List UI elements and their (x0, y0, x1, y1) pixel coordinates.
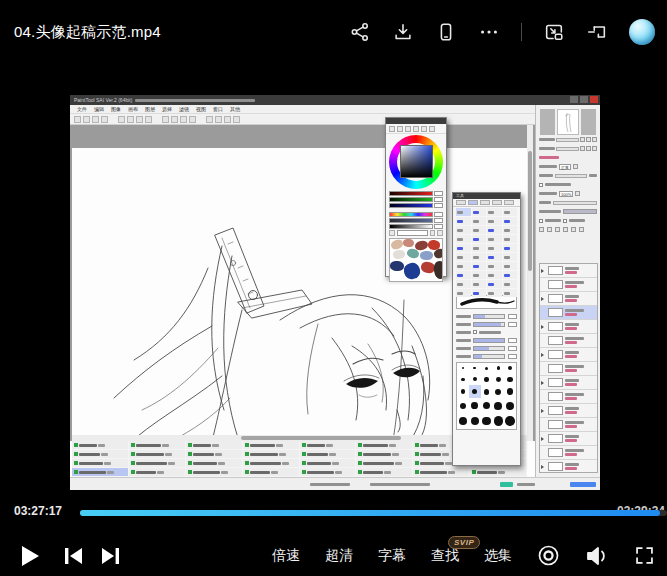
layer-row (540, 348, 597, 362)
header-divider (521, 23, 522, 41)
tool-panel: 工具 (452, 192, 521, 466)
brush-shape-grid (456, 362, 517, 430)
status-blue-chip (570, 482, 596, 487)
saturation-value-square (400, 145, 433, 178)
color-scratchpad (389, 238, 443, 282)
app-menu-item: 选择 (162, 106, 172, 112)
navigator (536, 109, 600, 135)
color-wheel-panel (385, 117, 447, 277)
app-menu-item: 其他 (230, 106, 240, 112)
app-status-bar (70, 477, 600, 490)
next-button[interactable] (101, 547, 120, 565)
picture-in-picture-icon[interactable] (543, 21, 565, 43)
file-item (129, 450, 186, 459)
file-item (186, 468, 243, 477)
fullscreen-icon[interactable] (634, 545, 655, 566)
status-green-chip (500, 482, 513, 487)
previous-button[interactable] (64, 547, 83, 565)
layer-row (540, 264, 597, 278)
app-menu-item: 滤镜 (179, 106, 189, 112)
layer-row (540, 306, 597, 320)
file-item (413, 468, 470, 477)
layer-panel: 正常 100% (535, 105, 600, 477)
swatch-dropdown-row (386, 229, 446, 237)
file-item (243, 459, 300, 468)
file-item (243, 468, 300, 477)
episodes-button[interactable]: 选集 (484, 547, 512, 565)
video-title: 04.头像起稿示范.mp4 (14, 23, 161, 42)
file-item (356, 441, 413, 450)
file-item (129, 459, 186, 468)
assistant-avatar[interactable] (629, 19, 655, 45)
file-item (129, 468, 186, 477)
opacity-value: 100% (559, 191, 573, 197)
seek-bar-fill (80, 510, 660, 516)
file-item (300, 450, 357, 459)
file-item (129, 441, 186, 450)
tool-grid (453, 207, 520, 293)
layer-row (540, 390, 597, 404)
phone-icon[interactable] (435, 21, 457, 43)
layer-row (540, 320, 597, 334)
layer-row (540, 292, 597, 306)
volume-icon[interactable] (585, 545, 609, 567)
file-item (300, 441, 357, 450)
app-menu-item: 窗口 (213, 106, 223, 112)
tool-panel-tabs (453, 199, 520, 207)
layer-row (540, 446, 597, 460)
quality-button[interactable]: 超清 (325, 547, 353, 565)
file-item (356, 468, 413, 477)
record-icon[interactable] (537, 544, 560, 567)
player-header: 04.头像起稿示范.mp4 (0, 0, 667, 66)
svip-badge: SVIP (448, 536, 480, 549)
file-item (356, 459, 413, 468)
layer-row (540, 376, 597, 390)
file-item (356, 450, 413, 459)
layer-list (539, 263, 598, 473)
share-icon[interactable] (349, 21, 371, 43)
app-menu-item: 文件 (77, 106, 87, 112)
file-item (243, 450, 300, 459)
cast-icon[interactable] (586, 21, 608, 43)
layer-row (540, 418, 597, 432)
file-item (243, 441, 300, 450)
control-bar: 倍速 超清 字幕 查找 SVIP 选集 (0, 535, 667, 576)
layer-row (540, 362, 597, 376)
play-button[interactable] (20, 545, 40, 567)
current-time: 03:27:17 (14, 504, 62, 518)
layer-row (540, 278, 597, 292)
app-menu-item: 编辑 (94, 106, 104, 112)
download-icon[interactable] (392, 21, 414, 43)
layer-toolbar (536, 225, 600, 234)
file-item (72, 450, 129, 459)
layer-row (540, 404, 597, 418)
app-menu-item: 图层 (145, 106, 155, 112)
layer-row (540, 460, 597, 473)
canvas-vscrollbar (527, 125, 533, 441)
subtitles-button[interactable]: 字幕 (378, 547, 406, 565)
video-frame[interactable]: PaintTool SAI Ver.2 (64bit) 文件编辑图像画布图层选择… (70, 95, 600, 490)
find-button[interactable]: 查找 SVIP (431, 547, 459, 565)
file-item (72, 441, 129, 450)
layer-row (540, 334, 597, 348)
file-item (186, 459, 243, 468)
app-menu-item: 画布 (128, 106, 138, 112)
rgb-hsv-sliders (386, 190, 446, 229)
window-buttons (570, 96, 598, 103)
more-icon[interactable] (478, 21, 500, 43)
seek-bar[interactable] (80, 510, 667, 516)
app-title-text: PaintTool SAI Ver.2 (64bit) (74, 97, 132, 103)
file-item (72, 468, 129, 477)
color-panel-toolbar (386, 124, 446, 134)
file-item (186, 441, 243, 450)
app-toolbar (70, 114, 600, 125)
file-item (300, 459, 357, 468)
layer-row (540, 432, 597, 446)
app-menu-item: 图像 (111, 106, 121, 112)
speed-button[interactable]: 倍速 (272, 547, 300, 565)
app-title-bar: PaintTool SAI Ver.2 (64bit) (70, 95, 600, 105)
file-item (186, 450, 243, 459)
file-item (300, 468, 357, 477)
file-item (470, 468, 527, 477)
file-item (72, 459, 129, 468)
